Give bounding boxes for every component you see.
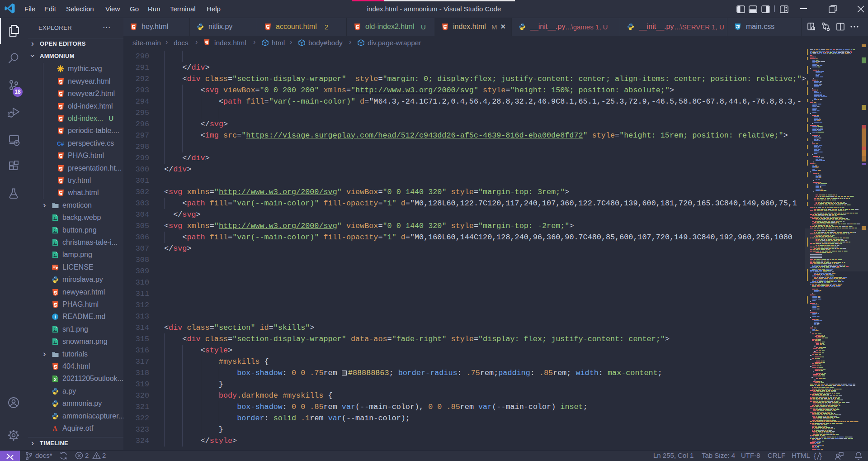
svg-text:{: { xyxy=(814,452,816,460)
svg-text:}: } xyxy=(820,452,822,460)
svg-text:A: A xyxy=(53,425,58,432)
svg-text:C#: C# xyxy=(57,141,64,147)
